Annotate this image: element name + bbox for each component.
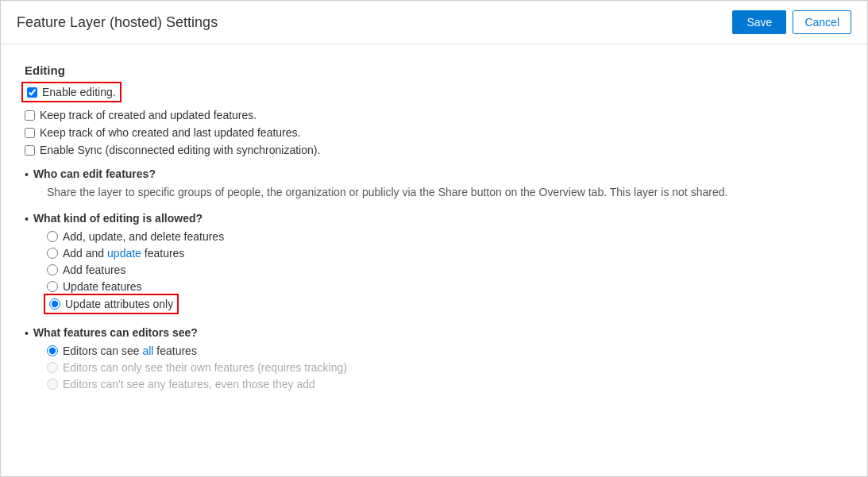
editing-option-label-3: Add features: [63, 264, 125, 276]
editing-radio-3[interactable]: [47, 264, 58, 275]
header-buttons: Save Cancel: [732, 10, 851, 34]
what-features-see-heading: • What features can editors see?: [25, 326, 843, 340]
enable-editing-checkbox[interactable]: [27, 87, 37, 98]
see-option-1: Editors can see all features: [47, 344, 843, 357]
track-who-created-row: Keep track of who created and last updat…: [25, 126, 843, 139]
cancel-button[interactable]: Cancel: [793, 10, 851, 34]
see-radio-1[interactable]: [47, 345, 58, 356]
editing-option-1: Add, update, and delete features: [47, 230, 843, 243]
who-can-edit-title: Who can edit features?: [33, 167, 156, 180]
main-window: Feature Layer (hosted) Settings Save Can…: [0, 0, 868, 477]
enable-sync-row: Enable Sync (disconnected editing with s…: [25, 144, 843, 156]
what-kind-editing-section: • What kind of editing is allowed? Add, …: [25, 212, 843, 315]
enable-editing-label: Enable editing.: [42, 86, 116, 98]
bullet-icon-2: •: [25, 213, 29, 225]
page-title: Feature Layer (hosted) Settings: [17, 14, 218, 31]
editing-radio-5[interactable]: [49, 298, 60, 310]
enable-sync-checkbox[interactable]: [25, 145, 35, 156]
editing-options-group: Add, update, and delete features Add and…: [47, 230, 843, 315]
enable-sync-label: Enable Sync (disconnected editing with s…: [40, 144, 320, 156]
what-kind-editing-title: What kind of editing is allowed?: [33, 212, 203, 225]
track-created-label: Keep track of created and updated featur…: [40, 109, 257, 121]
track-who-created-checkbox[interactable]: [25, 128, 35, 138]
what-features-see-section: • What features can editors see? Editors…: [25, 326, 843, 390]
bullet-icon: •: [25, 168, 29, 181]
bullet-icon-3: •: [25, 327, 29, 340]
editing-option-label-4: Update features: [63, 280, 142, 293]
track-who-created-label: Keep track of who created and last updat…: [40, 126, 300, 139]
see-option-label-3: Editors can't see any features, even tho…: [63, 378, 315, 390]
track-created-checkbox[interactable]: [25, 110, 35, 121]
track-created-row: Keep track of created and updated featur…: [25, 109, 843, 121]
editing-radio-4[interactable]: [47, 281, 58, 292]
who-can-edit-heading: • Who can edit features?: [25, 167, 843, 181]
what-kind-editing-heading: • What kind of editing is allowed?: [25, 212, 843, 225]
editing-section-title: Editing: [25, 63, 843, 77]
content-area: Editing Enable editing. Keep track of cr…: [1, 44, 867, 476]
see-option-3: Editors can't see any features, even tho…: [47, 378, 843, 390]
editing-option-label-5: Update attributes only: [65, 298, 173, 310]
editing-option-label-1: Add, update, and delete features: [63, 230, 224, 243]
see-option-label-1: Editors can see all features: [63, 344, 197, 357]
editing-option-2: Add and update features: [47, 247, 843, 260]
what-features-see-title: What features can editors see?: [33, 326, 198, 339]
see-radio-3[interactable]: [47, 379, 58, 390]
editing-radio-1[interactable]: [47, 231, 58, 242]
save-button[interactable]: Save: [732, 10, 786, 34]
who-can-edit-description: Share the layer to specific groups of pe…: [47, 184, 843, 201]
see-features-group: Editors can see all features Editors can…: [47, 344, 843, 390]
see-option-2: Editors can only see their own features …: [47, 361, 843, 374]
who-can-edit-section: • Who can edit features? Share the layer…: [25, 167, 843, 201]
editing-option-label-2: Add and update features: [63, 247, 184, 260]
header: Feature Layer (hosted) Settings Save Can…: [1, 1, 867, 44]
see-option-label-2: Editors can only see their own features …: [63, 361, 347, 374]
editing-radio-2[interactable]: [47, 248, 58, 259]
editing-option-4: Update features: [47, 280, 843, 293]
enable-editing-row: Enable editing.: [25, 85, 118, 99]
see-radio-2[interactable]: [47, 362, 58, 373]
editing-option-5: Update attributes only: [47, 297, 176, 311]
editing-option-3: Add features: [47, 264, 843, 276]
